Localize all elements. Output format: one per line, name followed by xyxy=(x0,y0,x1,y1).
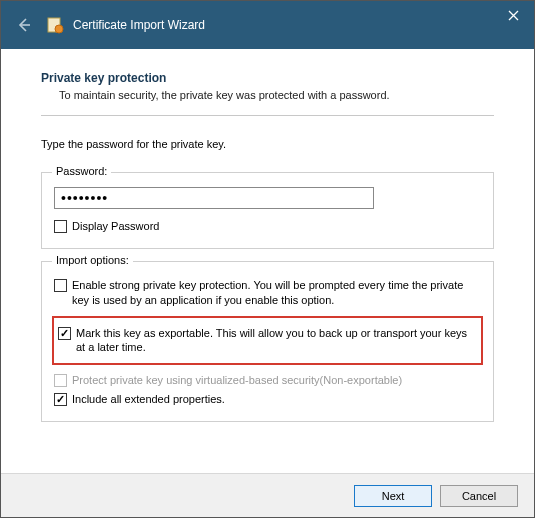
close-button[interactable] xyxy=(492,1,534,29)
option-virtualized-security-checkbox xyxy=(54,374,67,387)
display-password-checkbox[interactable] xyxy=(54,220,67,233)
page-description: To maintain security, the private key wa… xyxy=(59,89,494,101)
import-options-legend: Import options: xyxy=(52,254,133,266)
titlebar: Certificate Import Wizard xyxy=(1,1,534,49)
svg-point-2 xyxy=(55,25,63,33)
password-input[interactable] xyxy=(54,187,374,209)
wizard-footer: Next Cancel xyxy=(1,473,534,517)
option-strong-protection-checkbox[interactable] xyxy=(54,279,67,292)
next-button[interactable]: Next xyxy=(354,485,432,507)
wizard-content: Private key protection To maintain secur… xyxy=(1,49,534,444)
option-extended-properties-checkbox[interactable] xyxy=(54,393,67,406)
option-strong-protection-label: Enable strong private key protection. Yo… xyxy=(72,278,483,308)
password-legend: Password: xyxy=(52,165,111,177)
import-options-fieldset: Import options: Enable strong private ke… xyxy=(41,261,494,422)
certificate-wizard-icon xyxy=(45,15,65,35)
separator xyxy=(41,115,494,116)
option-strong-protection: Enable strong private key protection. Yo… xyxy=(52,276,483,310)
display-password-label: Display Password xyxy=(72,219,483,234)
option-extended-properties: Include all extended properties. xyxy=(52,390,483,409)
option-exportable-label: Mark this key as exportable. This will a… xyxy=(76,326,475,356)
back-arrow-icon[interactable] xyxy=(9,10,39,40)
option-extended-properties-label: Include all extended properties. xyxy=(72,392,483,407)
option-virtualized-security-label: Protect private key using virtualized-ba… xyxy=(72,373,483,388)
option-exportable-checkbox[interactable] xyxy=(58,327,71,340)
page-heading: Private key protection xyxy=(41,71,494,85)
password-fieldset: Password: Display Password xyxy=(41,172,494,249)
cancel-button[interactable]: Cancel xyxy=(440,485,518,507)
instruction-text: Type the password for the private key. xyxy=(41,138,494,150)
window-title: Certificate Import Wizard xyxy=(73,18,205,32)
highlighted-option-box: Mark this key as exportable. This will a… xyxy=(52,316,483,366)
option-exportable: Mark this key as exportable. This will a… xyxy=(56,324,475,358)
option-virtualized-security: Protect private key using virtualized-ba… xyxy=(52,371,483,390)
